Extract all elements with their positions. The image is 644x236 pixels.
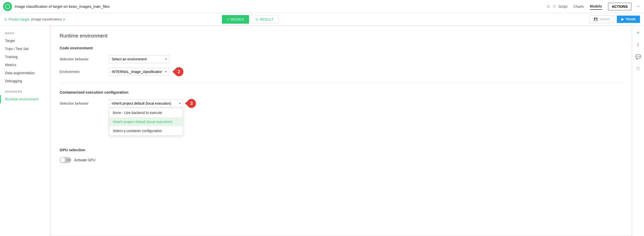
saved-button[interactable]: 💾 SAVED	[589, 15, 614, 23]
info-icon[interactable]: ℹ	[634, 41, 642, 49]
sidebar-advanced-section: ADVANCED Runtime environment	[0, 90, 50, 103]
content-inner: Runtime environment Code environment Sel…	[50, 26, 632, 236]
info-symbol: ℹ	[637, 42, 639, 48]
selection-behavior-select[interactable]: Select an environment	[109, 55, 169, 63]
sidebar-item-data-augmentation[interactable]: Data augmentation	[0, 69, 50, 77]
dropdown-arrow-icon: ▾	[63, 17, 65, 21]
save-icon: 💾	[594, 17, 598, 21]
container-selection-row: Selection behavior Inherit project defau…	[60, 99, 623, 107]
settings-icon[interactable]: ⊙	[553, 4, 556, 9]
chat-symbol: 💬	[635, 54, 641, 60]
result-label: RESULT	[260, 17, 273, 21]
clock-symbol: ⏱	[636, 66, 640, 72]
sidebar-item-runtime[interactable]: Runtime environment	[0, 95, 50, 103]
actions-button[interactable]: ACTIONS	[608, 3, 631, 10]
gpu-section: GPU selection OFF Activate GPU	[60, 148, 623, 163]
container-section: Containerized execution configuration Se…	[60, 90, 623, 107]
copy-icon[interactable]: ⧉	[547, 4, 550, 9]
design-label: DESIGN	[230, 17, 244, 21]
selection-behavior-select-wrap: Select an environment	[109, 55, 169, 63]
tab-result[interactable]: ⊙ RESULT	[250, 15, 279, 24]
result-icon: ⊙	[255, 17, 258, 21]
right-sidebar: + ℹ 💬 ⏱	[632, 26, 644, 236]
main-layout: BASIC Target Train / Test Set Training M…	[0, 26, 644, 236]
dropdown-option-inherit[interactable]: Inherit project default (local execution…	[109, 117, 183, 126]
environment-label: Environment	[60, 70, 105, 74]
svg-point-1	[7, 6, 8, 7]
header-nav: Script Charts Models ACTIONS	[558, 3, 631, 10]
container-select-wrap: Inherit project default (local execution…	[109, 99, 183, 107]
sidebar-item-training[interactable]: Training	[0, 53, 50, 61]
environment-row: Environment INTERNAL_image_classificatio…	[60, 68, 623, 76]
gpu-row: OFF Activate GPU	[60, 157, 623, 163]
environment-select-wrap: INTERNAL_image_classification_ 2	[109, 68, 169, 76]
sidebar-item-target[interactable]: Target	[0, 37, 50, 45]
predict-label: Predict target	[9, 17, 29, 21]
sidebar-basic-section: BASIC Target Train / Test Set Training M…	[0, 32, 50, 85]
header-icons: ⧉ ⊙	[547, 4, 556, 9]
clock-icon[interactable]: ⏱	[634, 65, 642, 73]
sub-right-actions: 💾 SAVED ▶ TRAIN	[589, 15, 640, 23]
nav-models[interactable]: Models	[590, 3, 602, 10]
saved-label: SAVED	[599, 17, 610, 21]
toggle-knob	[60, 158, 65, 163]
toggle-label: OFF	[66, 159, 71, 162]
add-icon[interactable]: +	[634, 29, 642, 37]
dropdown-option-none[interactable]: None - Use backend to execute	[109, 108, 183, 117]
page-title: Image classification of target on bean_i…	[15, 4, 542, 9]
divider-1	[60, 83, 623, 83]
section-title: Runtime environment	[60, 33, 623, 39]
predict-icon: ⊙	[4, 17, 7, 21]
sidebar-advanced-title: ADVANCED	[0, 90, 50, 95]
gpu-title: GPU selection	[60, 148, 623, 152]
code-environment-section: Code environment Selection behavior Sele…	[60, 46, 623, 76]
sidebar: BASIC Target Train / Test Set Training M…	[0, 26, 50, 236]
container-dropdown-menu: None - Use backend to execute Inherit pr…	[109, 108, 183, 136]
chat-icon[interactable]: 💬	[634, 53, 642, 61]
container-title: Containerized execution configuration	[60, 90, 623, 94]
tab-design[interactable]: ≡ DESIGN	[222, 15, 249, 24]
design-icon: ≡	[227, 17, 229, 21]
sub-header: ⊙ Predict target (Image classification) …	[0, 13, 644, 26]
tab-group: ≡ DESIGN ⊙ RESULT	[222, 15, 279, 24]
dropdown-option-select[interactable]: Select a container configuration	[109, 126, 183, 135]
nav-charts[interactable]: Charts	[574, 4, 584, 10]
logo	[3, 2, 12, 11]
selection-behavior-row: Selection behavior Select an environment	[60, 55, 623, 63]
train-button[interactable]: ▶ TRAIN	[617, 16, 640, 23]
predict-target[interactable]: ⊙ Predict target (Image classification) …	[4, 17, 65, 21]
play-icon: ▶	[621, 17, 624, 21]
environment-select[interactable]: INTERNAL_image_classification_	[109, 68, 169, 76]
sidebar-item-debugging[interactable]: Debugging	[0, 77, 50, 85]
code-env-title: Code environment	[60, 46, 623, 50]
main-content: Runtime environment Code environment Sel…	[50, 26, 632, 236]
selection-behavior-label: Selection behavior	[60, 57, 105, 61]
badge-3: 3	[187, 99, 196, 108]
container-selection-label: Selection behavior	[60, 101, 105, 105]
sidebar-basic-title: BASIC	[0, 32, 50, 37]
top-header: Image classification of target on bean_i…	[0, 0, 644, 13]
back-button[interactable]: ←	[636, 4, 641, 9]
gpu-toggle[interactable]: OFF	[60, 157, 71, 163]
sidebar-item-metrics[interactable]: Metrics	[0, 61, 50, 69]
sidebar-item-train-test[interactable]: Train / Test Set	[0, 45, 50, 53]
train-label: TRAIN	[625, 17, 635, 21]
nav-script[interactable]: Script	[558, 4, 568, 10]
gpu-activate-label: Activate GPU	[74, 158, 95, 162]
container-selection-select[interactable]: Inherit project default (local execution…	[109, 99, 183, 107]
badge-2: 2	[174, 67, 183, 76]
plus-icon: +	[637, 30, 639, 35]
predict-type: (Image classification)	[31, 17, 62, 21]
